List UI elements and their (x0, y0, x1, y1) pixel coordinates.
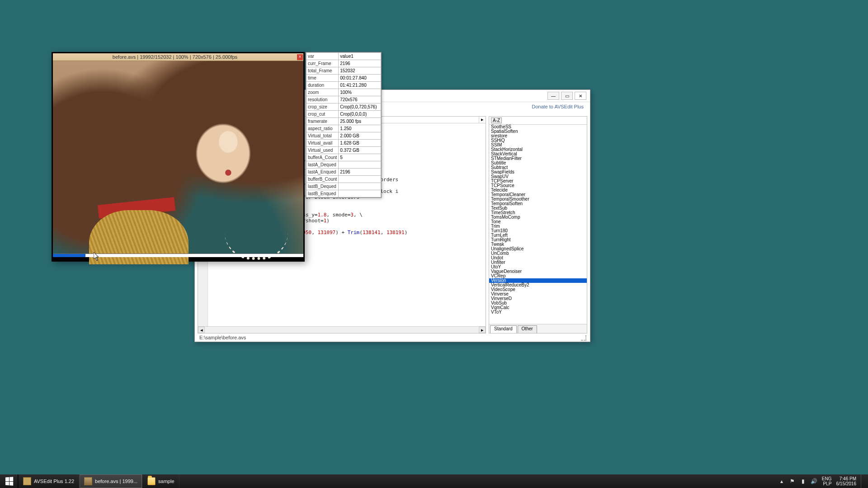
sort-az-button[interactable]: A-Z (491, 117, 502, 123)
taskbar-item[interactable]: AVSEdit Plus 1.22 (18, 474, 79, 488)
info-val (339, 190, 381, 197)
function-list-panel: A-Z SootheSSSpatialSoftensrestoreSSHiQSS… (489, 116, 587, 333)
info-row: Virtual_avail1.628 GB (307, 140, 381, 147)
tray-language[interactable]: ENG PLP (822, 476, 832, 486)
taskbar-item[interactable]: before.avs | 1999... (79, 474, 142, 488)
info-row: total_Frame152032 (307, 67, 381, 75)
info-key: resolution (307, 96, 339, 103)
tray-chevron-up-icon[interactable]: ▴ (778, 478, 785, 484)
video-info-panel: var value1 curr_Frame2196total_Frame1520… (306, 52, 382, 198)
info-val (339, 183, 381, 190)
tabs-dropdown-button[interactable]: ▸ (479, 117, 486, 123)
system-tray: ▴ ⚑ ▮ 🔊 ENG PLP 7:46 PM 6/15/2016 (775, 474, 868, 488)
function-list[interactable]: SootheSSSpatialSoftensrestoreSSHiQSSIMSt… (489, 124, 587, 324)
info-val: 01:41:21.280 (339, 82, 381, 89)
scroll-right-button[interactable]: ▸ (479, 327, 486, 333)
tray-time: 7:46 PM (836, 476, 857, 481)
close-button[interactable]: ✕ (575, 92, 586, 100)
info-val: 00:01:27.840 (339, 75, 381, 82)
info-row: resolution720x576 (307, 96, 381, 103)
info-val: 5 (339, 154, 381, 161)
function-list-item[interactable]: VToY (489, 310, 587, 314)
code-h-scrollbar[interactable]: ◂ ▸ (198, 326, 486, 333)
info-key: duration (307, 82, 339, 89)
status-path: E:\sample\before.avs (199, 335, 246, 340)
maximize-button[interactable]: ▭ (561, 92, 573, 100)
preview-close-button[interactable]: × (297, 54, 303, 60)
windows-logo-icon (5, 477, 13, 485)
info-key: Virtual_avail (307, 140, 339, 147)
info-header-key: var (307, 53, 339, 60)
info-val: 152032 (339, 67, 381, 75)
tray-lang1: ENG (822, 476, 832, 481)
info-key: zoom (307, 89, 339, 96)
taskbar-item-icon (23, 477, 31, 485)
tray-clock[interactable]: 7:46 PM 6/15/2016 (836, 476, 857, 486)
info-key: lastA_Enqued (307, 169, 339, 176)
info-val: 1.628 GB (339, 140, 381, 147)
info-val: 25.000 fps (339, 118, 381, 125)
taskbar-item-icon (147, 477, 156, 485)
info-val: 720x576 (339, 96, 381, 103)
info-key: time (307, 75, 339, 82)
info-row: framerate25.000 fps (307, 118, 381, 125)
info-row: bufferB_Count (307, 176, 381, 183)
info-key: curr_Frame (307, 60, 339, 67)
info-row: lastA_Dequed (307, 161, 381, 169)
info-key: lastB_Enqued (307, 190, 339, 197)
preview-scrubber[interactable] (53, 253, 303, 257)
info-val: 0.372 GB (339, 147, 381, 154)
video-info-table: var value1 curr_Frame2196total_Frame1520… (306, 52, 381, 197)
tray-network-icon[interactable]: ▮ (800, 478, 807, 484)
tray-date: 6/15/2016 (836, 481, 857, 486)
info-val: 2.000 GB (339, 132, 381, 140)
info-key: crop_size (307, 103, 339, 111)
tray-volume-icon[interactable]: 🔊 (811, 478, 817, 484)
info-row: lastB_Dequed (307, 183, 381, 190)
show-desktop-button[interactable] (861, 474, 864, 488)
info-row: time00:01:27.840 (307, 75, 381, 82)
info-key: framerate (307, 118, 339, 125)
status-bar: E:\sample\before.avs (198, 334, 587, 341)
info-val: 1.250 (339, 125, 381, 132)
preview-frame-image (53, 61, 303, 253)
info-row: lastB_Enqued (307, 190, 381, 197)
info-header-val: value1 (339, 53, 381, 60)
info-row: crop_sizeCrop(0,0,720,576) (307, 103, 381, 111)
info-row: crop_cutCrop(0,0,0,0) (307, 111, 381, 118)
info-key: crop_cut (307, 111, 339, 118)
tab-other[interactable]: Other (518, 325, 537, 333)
taskbar-item-icon (84, 477, 92, 485)
scroll-left-button[interactable]: ◂ (198, 327, 205, 333)
info-row: Virtual_used0.372 GB (307, 147, 381, 154)
function-list-item[interactable]: SSHiQ (489, 138, 587, 143)
taskbar-item-label: sample (158, 479, 174, 484)
function-list-item[interactable]: TomsMoComp (489, 215, 587, 220)
tab-standard[interactable]: Standard (490, 325, 517, 333)
info-key: total_Frame (307, 67, 339, 75)
preview-scrubber-progress (53, 254, 85, 257)
tray-action-center-icon[interactable]: ⚑ (789, 478, 796, 484)
info-row: Virtual_total2.000 GB (307, 132, 381, 140)
info-header-row: var value1 (307, 53, 381, 60)
taskbar: AVSEdit Plus 1.22before.avs | 1999...sam… (0, 474, 868, 488)
info-row: duration01:41:21.280 (307, 82, 381, 89)
info-key: aspect_ratio (307, 125, 339, 132)
info-row: zoom100% (307, 89, 381, 96)
info-val: 2196 (339, 169, 381, 176)
function-list-item[interactable]: UnComb (489, 251, 587, 256)
preview-titlebar[interactable]: before.avs | 19992/152032 | 100% | 720x5… (53, 53, 303, 61)
info-key: Virtual_used (307, 147, 339, 154)
function-list-item[interactable]: VqmCalc (489, 305, 587, 310)
info-key: bufferB_Count (307, 176, 339, 183)
info-row: bufferA_Count5 (307, 154, 381, 161)
minimize-button[interactable]: — (547, 92, 559, 100)
start-button[interactable] (0, 474, 18, 488)
function-sort-bar: A-Z (489, 117, 587, 124)
taskbar-item[interactable]: sample (142, 474, 179, 488)
resize-grip[interactable] (581, 335, 586, 341)
info-key: lastA_Dequed (307, 161, 339, 169)
function-list-item[interactable]: Unfilter (489, 260, 587, 265)
info-val (339, 176, 381, 183)
function-list-item[interactable]: Tone (489, 220, 587, 224)
